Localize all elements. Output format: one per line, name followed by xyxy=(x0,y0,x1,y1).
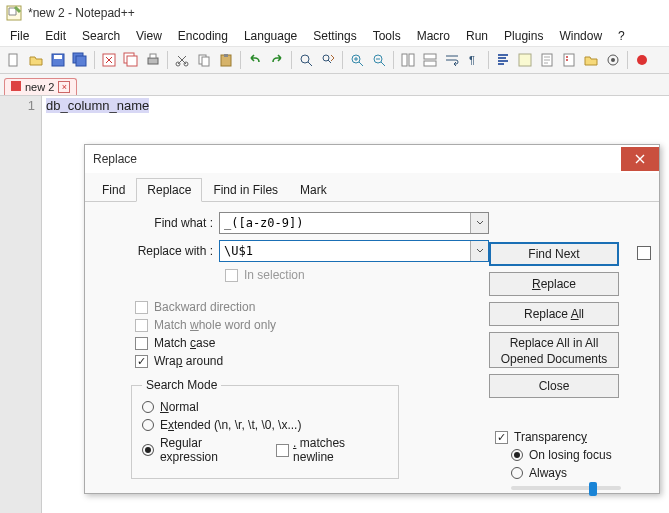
menu-tools[interactable]: Tools xyxy=(365,27,409,45)
document-tab-label: new 2 xyxy=(25,81,54,93)
func-list-icon[interactable] xyxy=(559,50,579,70)
svg-point-29 xyxy=(566,56,568,58)
menu-file[interactable]: File xyxy=(2,27,37,45)
matches-newline-checkbox[interactable] xyxy=(276,444,289,457)
show-all-icon[interactable]: ¶ xyxy=(464,50,484,70)
replace-with-input[interactable] xyxy=(219,240,489,262)
svg-point-30 xyxy=(566,59,568,61)
tab-find-in-files[interactable]: Find in Files xyxy=(202,178,289,202)
copy-icon[interactable] xyxy=(194,50,214,70)
toolbar-separator xyxy=(167,51,168,69)
menu-search[interactable]: Search xyxy=(74,27,128,45)
replace-with-label: Replace with : xyxy=(95,244,219,258)
toolbar-separator xyxy=(94,51,95,69)
sync-v-icon[interactable] xyxy=(398,50,418,70)
find-icon[interactable] xyxy=(296,50,316,70)
close-all-icon[interactable] xyxy=(121,50,141,70)
wrap-icon[interactable] xyxy=(442,50,462,70)
close-button[interactable]: Close xyxy=(489,374,619,398)
search-mode-legend: Search Mode xyxy=(142,378,221,392)
window-title: *new 2 - Notepad++ xyxy=(28,6,135,20)
wrap-around-checkbox[interactable]: ✓ xyxy=(135,355,148,368)
code-line: db_column_name xyxy=(46,98,149,113)
menu-window[interactable]: Window xyxy=(551,27,610,45)
find-next-button[interactable]: Find Next xyxy=(489,242,619,266)
toolbar: ¶ xyxy=(0,46,669,74)
redo-icon[interactable] xyxy=(267,50,287,70)
sync-h-icon[interactable] xyxy=(420,50,440,70)
svg-rect-23 xyxy=(424,54,436,59)
menu-settings[interactable]: Settings xyxy=(305,27,364,45)
transparency-label: Transparency xyxy=(514,430,587,444)
find-next-extra-checkbox[interactable] xyxy=(637,246,651,260)
menu-encoding[interactable]: Encoding xyxy=(170,27,236,45)
match-case-checkbox[interactable] xyxy=(135,337,148,350)
dialog-titlebar[interactable]: Replace xyxy=(85,145,659,173)
print-icon[interactable] xyxy=(143,50,163,70)
toolbar-separator xyxy=(240,51,241,69)
document-tab[interactable]: new 2 × xyxy=(4,78,77,95)
search-mode-group: Search Mode Normal Extended (\n, \r, \t,… xyxy=(131,378,399,479)
open-file-icon[interactable] xyxy=(26,50,46,70)
replace-icon[interactable] xyxy=(318,50,338,70)
window-titlebar: *new 2 - Notepad++ xyxy=(0,0,669,26)
replace-all-button[interactable]: Replace All xyxy=(489,302,619,326)
close-icon[interactable] xyxy=(99,50,119,70)
svg-rect-3 xyxy=(54,55,62,59)
svg-point-32 xyxy=(611,58,615,62)
always-radio[interactable]: Always xyxy=(511,466,645,480)
on-losing-focus-radio[interactable]: On losing focus xyxy=(511,448,645,462)
indent-guide-icon[interactable] xyxy=(493,50,513,70)
menu-view[interactable]: View xyxy=(128,27,170,45)
paste-icon[interactable] xyxy=(216,50,236,70)
toolbar-separator xyxy=(342,51,343,69)
in-selection-label: In selection xyxy=(244,268,305,282)
doc-map-icon[interactable] xyxy=(537,50,557,70)
new-file-icon[interactable] xyxy=(4,50,24,70)
folder-view-icon[interactable] xyxy=(581,50,601,70)
svg-rect-1 xyxy=(9,54,17,66)
transparency-slider[interactable] xyxy=(511,486,621,490)
mode-regex-label: Regular expression xyxy=(160,436,262,464)
mode-normal-radio[interactable]: Normal xyxy=(142,400,388,414)
tab-replace[interactable]: Replace xyxy=(136,178,202,202)
toolbar-separator xyxy=(291,51,292,69)
tab-find[interactable]: Find xyxy=(91,178,136,202)
find-what-label: Find what : xyxy=(95,216,219,230)
svg-rect-5 xyxy=(76,56,86,66)
monitor-icon[interactable] xyxy=(603,50,623,70)
backward-label: Backward direction xyxy=(154,300,255,314)
mode-extended-radio[interactable]: Extended (\n, \r, \t, \0, \x...) xyxy=(142,418,388,432)
replace-with-dropdown-icon[interactable] xyxy=(470,241,488,261)
find-what-input[interactable] xyxy=(219,212,489,234)
menu-edit[interactable]: Edit xyxy=(37,27,74,45)
undo-icon[interactable] xyxy=(245,50,265,70)
zoom-in-icon[interactable] xyxy=(347,50,367,70)
menu-help[interactable]: ? xyxy=(610,27,633,45)
whole-word-label: Match whole word only xyxy=(154,318,276,332)
menu-macro[interactable]: Macro xyxy=(409,27,458,45)
save-icon[interactable] xyxy=(48,50,68,70)
replace-button[interactable]: Replace xyxy=(489,272,619,296)
menu-plugins[interactable]: Plugins xyxy=(496,27,551,45)
document-tabstrip: new 2 × xyxy=(0,74,669,96)
find-what-dropdown-icon[interactable] xyxy=(470,213,488,233)
menu-run[interactable]: Run xyxy=(458,27,496,45)
tab-mark[interactable]: Mark xyxy=(289,178,338,202)
menu-language[interactable]: Language xyxy=(236,27,305,45)
zoom-out-icon[interactable] xyxy=(369,50,389,70)
svg-rect-24 xyxy=(424,61,436,66)
transparency-checkbox[interactable]: ✓ xyxy=(495,431,508,444)
wrap-around-label: Wrap around xyxy=(154,354,223,368)
user-lang-icon[interactable] xyxy=(515,50,535,70)
svg-rect-10 xyxy=(150,54,156,58)
save-all-icon[interactable] xyxy=(70,50,90,70)
record-macro-icon[interactable] xyxy=(632,50,652,70)
mode-regex-radio[interactable]: Regular expression . matches newline xyxy=(142,436,388,464)
dialog-close-button[interactable] xyxy=(621,147,659,171)
tab-close-icon[interactable]: × xyxy=(58,81,70,93)
cut-icon[interactable] xyxy=(172,50,192,70)
slider-thumb[interactable] xyxy=(589,482,597,496)
svg-rect-21 xyxy=(402,54,407,66)
replace-all-opened-button[interactable]: Replace All in All Opened Documents xyxy=(489,332,619,368)
